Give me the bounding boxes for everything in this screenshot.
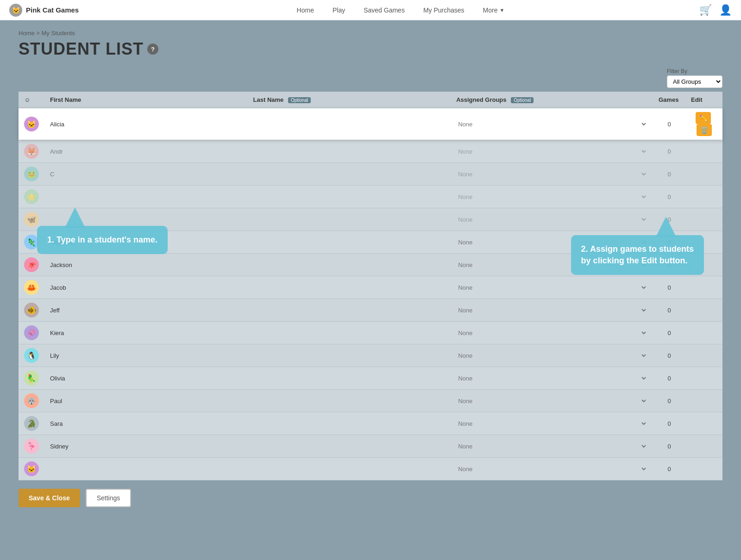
first-name-input-4[interactable]: [50, 193, 242, 200]
first-name-input-8[interactable]: [50, 284, 242, 291]
delete-button-1[interactable]: 🗑️: [697, 124, 712, 136]
td-group-1[interactable]: None: [451, 108, 653, 140]
last-name-input-6[interactable]: [253, 239, 446, 246]
last-name-input-8[interactable]: [253, 284, 446, 291]
td-first-name-10[interactable]: [44, 322, 248, 344]
last-name-input-14[interactable]: [253, 420, 446, 427]
last-name-input-3[interactable]: [253, 171, 446, 178]
first-name-input-10[interactable]: [50, 330, 242, 336]
nav-more[interactable]: More ▼: [483, 6, 505, 14]
last-name-input-11[interactable]: [253, 352, 446, 359]
td-group-6[interactable]: None: [451, 231, 653, 254]
td-group-9[interactable]: None: [451, 299, 653, 322]
group-select-5[interactable]: None: [456, 216, 647, 224]
td-group-13[interactable]: None: [451, 390, 653, 412]
td-first-name-14[interactable]: [44, 412, 248, 435]
td-group-11[interactable]: None: [451, 344, 653, 367]
last-name-input-4[interactable]: [253, 193, 446, 200]
last-name-input-12[interactable]: [253, 375, 446, 382]
last-name-input-5[interactable]: [253, 216, 446, 223]
last-name-input-13[interactable]: [253, 398, 446, 404]
first-name-input-9[interactable]: [50, 307, 242, 314]
first-name-input-5[interactable]: [50, 216, 242, 223]
group-select-3[interactable]: None: [456, 170, 647, 178]
last-name-input-9[interactable]: [253, 307, 446, 314]
group-select-12[interactable]: None: [456, 374, 647, 382]
help-icon[interactable]: ?: [147, 44, 158, 55]
td-group-8[interactable]: None: [451, 276, 653, 299]
nav-play[interactable]: Play: [333, 6, 345, 14]
first-name-input-2[interactable]: [50, 148, 242, 155]
td-last-name-13[interactable]: [248, 390, 451, 412]
group-select-2[interactable]: None: [456, 148, 647, 156]
td-last-name-8[interactable]: [248, 276, 451, 299]
nav-home[interactable]: Home: [297, 6, 314, 14]
td-group-7[interactable]: None: [451, 254, 653, 276]
td-group-16[interactable]: None: [451, 458, 653, 480]
user-icon[interactable]: 👤: [719, 4, 732, 16]
td-last-name-16[interactable]: [248, 458, 451, 480]
td-last-name-12[interactable]: [248, 367, 451, 390]
group-select-9[interactable]: None: [456, 306, 647, 314]
td-last-name-7[interactable]: [248, 254, 451, 276]
first-name-input-13[interactable]: [50, 398, 242, 404]
td-group-15[interactable]: None: [451, 435, 653, 458]
group-select-13[interactable]: None: [456, 397, 647, 405]
td-last-name-5[interactable]: [248, 208, 451, 231]
last-name-input-1[interactable]: [253, 121, 446, 128]
nav-saved-games[interactable]: Saved Games: [364, 6, 405, 14]
td-last-name-14[interactable]: [248, 412, 451, 435]
settings-button[interactable]: Settings: [86, 489, 132, 507]
group-select-15[interactable]: None: [456, 442, 647, 450]
td-group-2[interactable]: None: [451, 140, 653, 163]
first-name-input-1[interactable]: [50, 121, 242, 128]
cart-icon[interactable]: 🛒: [699, 4, 712, 16]
td-last-name-3[interactable]: [248, 163, 451, 186]
td-group-5[interactable]: None: [451, 208, 653, 231]
td-first-name-8[interactable]: [44, 276, 248, 299]
td-last-name-9[interactable]: [248, 299, 451, 322]
td-first-name-11[interactable]: [44, 344, 248, 367]
td-group-10[interactable]: None: [451, 322, 653, 344]
td-last-name-4[interactable]: [248, 186, 451, 208]
filter-select[interactable]: All Groups: [667, 75, 722, 88]
group-select-7[interactable]: None: [456, 261, 647, 269]
first-name-input-12[interactable]: [50, 375, 242, 382]
breadcrumb-home[interactable]: Home: [19, 30, 35, 37]
nav-my-purchases[interactable]: My Purchases: [423, 6, 465, 14]
td-last-name-1[interactable]: [248, 108, 451, 140]
td-first-name-3[interactable]: [44, 163, 248, 186]
group-select-14[interactable]: None: [456, 420, 647, 428]
first-name-input-11[interactable]: [50, 352, 242, 359]
first-name-input-15[interactable]: [50, 443, 242, 450]
group-select-16[interactable]: None: [456, 465, 647, 473]
td-edit-1[interactable]: ✏️ 🗑️: [685, 108, 722, 140]
td-first-name-5[interactable]: [44, 208, 248, 231]
group-select-11[interactable]: None: [456, 352, 647, 360]
td-last-name-11[interactable]: [248, 344, 451, 367]
td-group-14[interactable]: None: [451, 412, 653, 435]
first-name-input-16[interactable]: [50, 466, 242, 473]
group-select-1[interactable]: None: [456, 120, 647, 128]
last-name-input-10[interactable]: [253, 330, 446, 336]
last-name-input-7[interactable]: [253, 261, 446, 268]
first-name-input-7[interactable]: [50, 261, 242, 268]
td-first-name-7[interactable]: [44, 254, 248, 276]
last-name-input-16[interactable]: [253, 466, 446, 473]
last-name-input-2[interactable]: [253, 148, 446, 155]
group-select-6[interactable]: None: [456, 238, 647, 246]
group-select-10[interactable]: None: [456, 329, 647, 337]
td-first-name-1[interactable]: [44, 108, 248, 140]
td-group-4[interactable]: None: [451, 186, 653, 208]
td-first-name-15[interactable]: [44, 435, 248, 458]
save-close-button[interactable]: Save & Close: [19, 489, 80, 507]
edit-button-1[interactable]: ✏️: [696, 112, 711, 124]
td-last-name-15[interactable]: [248, 435, 451, 458]
td-first-name-13[interactable]: [44, 390, 248, 412]
td-group-3[interactable]: None: [451, 163, 653, 186]
first-name-input-14[interactable]: [50, 420, 242, 427]
first-name-input-3[interactable]: [50, 171, 242, 178]
td-first-name-12[interactable]: [44, 367, 248, 390]
td-first-name-6[interactable]: [44, 231, 248, 254]
td-first-name-16[interactable]: [44, 458, 248, 480]
